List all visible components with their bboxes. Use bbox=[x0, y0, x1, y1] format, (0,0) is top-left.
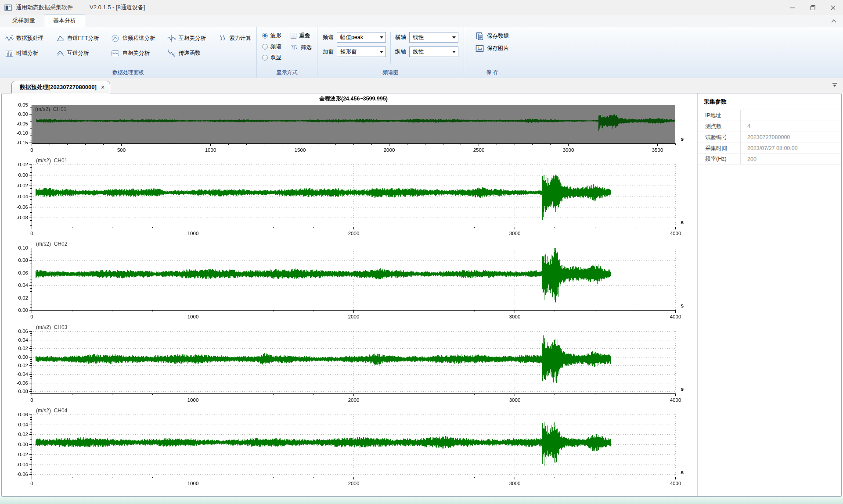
group-data-processing: 数据预处理自谱FFT分析倍频程谱分析互相关分析索力计算时域分析互谱分析自相关分析… bbox=[0, 27, 256, 78]
params-panel-title: 采集参数 bbox=[698, 97, 841, 110]
window-controls bbox=[782, 0, 843, 15]
radio-label: 双显 bbox=[270, 54, 281, 61]
waveform-canvas-ch04 bbox=[4, 407, 697, 490]
dropdown-value: 矩形窗 bbox=[340, 48, 357, 56]
tab-list-dropdown-icon[interactable] bbox=[832, 82, 838, 89]
group-display-mode: 波形频谱双显 重叠 筛选 显示方式 bbox=[256, 27, 317, 78]
chart-block-ch01 bbox=[4, 157, 697, 240]
field-label: 纵轴 bbox=[395, 48, 406, 56]
analysis-button-8[interactable]: 自相关分析 bbox=[111, 46, 155, 60]
analysis-button-label: 倍频程谱分析 bbox=[122, 35, 155, 42]
param-label: 试验编号 bbox=[698, 132, 741, 143]
param-row-试验编号: 试验编号20230727080000 bbox=[698, 132, 841, 143]
dropdown-yaxis[interactable]: 线性 bbox=[409, 46, 458, 57]
document-tab-close-icon[interactable]: × bbox=[101, 84, 104, 91]
analysis-button-label: 自相关分析 bbox=[122, 50, 150, 57]
fft-icon bbox=[56, 34, 65, 43]
param-label: IP地址 bbox=[698, 110, 741, 121]
field-label: 横轴 bbox=[395, 34, 406, 41]
analysis-button-label: 传递函数 bbox=[178, 50, 200, 57]
chart-block-overview bbox=[4, 94, 697, 157]
document-tab-label: 数据预处理[20230727080000] bbox=[20, 83, 97, 91]
param-row-采集时间: 采集时间2023/07/27 08:00:00 bbox=[698, 143, 841, 154]
waveform-canvas-overview bbox=[4, 94, 697, 157]
group-spectrum: 频谱幅值peak加窗矩形窗 横轴线性纵轴线性 频谱图 bbox=[317, 27, 464, 78]
group-label-spectrum: 频谱图 bbox=[317, 69, 464, 76]
title-bar: 通用动态数据采集软件 V2.0.1.5 - [8通道设备] bbox=[0, 0, 843, 15]
radio-icon bbox=[262, 55, 268, 61]
display-mode-radio-双显[interactable]: 双显 bbox=[262, 53, 281, 62]
acquisition-params-panel: 采集参数 IP地址测点数4试验编号20230727080000采集时间2023/… bbox=[697, 93, 841, 496]
cross-correlation-icon bbox=[167, 34, 176, 43]
overlay-filter-column: 重叠 筛选 bbox=[291, 32, 312, 51]
dropdown-window[interactable]: 矩形窗 bbox=[337, 46, 386, 57]
chart-block-ch04 bbox=[4, 407, 697, 490]
display-mode-radio-频谱[interactable]: 频谱 bbox=[262, 42, 281, 51]
radio-label: 频谱 bbox=[270, 43, 281, 50]
overlay-checkbox[interactable]: 重叠 bbox=[291, 32, 312, 39]
filter-icon bbox=[291, 44, 298, 51]
param-value: 4 bbox=[741, 121, 750, 132]
chart-block-ch02 bbox=[4, 240, 697, 323]
radio-label: 波形 bbox=[270, 32, 281, 39]
param-row-IP地址: IP地址 bbox=[698, 110, 841, 121]
time-domain-icon bbox=[5, 49, 14, 57]
svg-text:5: 5 bbox=[173, 55, 175, 57]
overlay-checkbox-box[interactable] bbox=[291, 33, 296, 39]
display-mode-radios: 波形频谱双显 bbox=[262, 31, 281, 62]
document-tab-bar: 数据预处理[20230727080000] × bbox=[0, 78, 843, 93]
filter-button[interactable]: 筛选 bbox=[291, 44, 312, 51]
analysis-button-3[interactable]: 倍频程谱分析 bbox=[111, 31, 155, 45]
transfer-function-icon: 15 bbox=[167, 49, 176, 57]
ribbon-collapse-icon[interactable] bbox=[831, 17, 837, 25]
param-row-频率(Hz): 频率(Hz)200 bbox=[698, 154, 841, 164]
analysis-button-2[interactable]: 自谱FFT分析 bbox=[56, 31, 99, 45]
dropdown-xaxis[interactable]: 线性 bbox=[409, 32, 458, 43]
main-content: 采集参数 IP地址测点数4试验编号20230727080000采集时间2023/… bbox=[1, 93, 842, 497]
bottom-status-strip bbox=[0, 497, 843, 504]
radio-icon bbox=[262, 33, 268, 39]
analysis-button-9[interactable]: 15传递函数 bbox=[167, 46, 206, 60]
analysis-button-label: 索力计算 bbox=[229, 35, 251, 42]
window-title: 通用动态数据采集软件 bbox=[16, 4, 73, 11]
param-label: 采集时间 bbox=[698, 143, 741, 154]
chevron-down-icon bbox=[452, 51, 456, 53]
dropdown-value: 线性 bbox=[413, 48, 424, 56]
spectrum-fields-left: 频谱幅值peak加窗矩形窗 bbox=[323, 32, 386, 70]
param-value bbox=[741, 110, 747, 121]
param-row-测点数: 测点数4 bbox=[698, 121, 841, 132]
window-version: V2.0.1.5 - [8通道设备] bbox=[90, 4, 145, 11]
dropdown-spectrum[interactable]: 幅值peak bbox=[337, 32, 386, 43]
filter-label: 筛选 bbox=[301, 44, 312, 51]
waveform-canvas-ch02 bbox=[4, 240, 697, 323]
analysis-button-label: 时域分析 bbox=[16, 50, 38, 57]
analysis-button-6[interactable]: 时域分析 bbox=[5, 46, 44, 60]
chevron-down-icon bbox=[452, 36, 456, 39]
group-inner-divider bbox=[390, 32, 391, 64]
analysis-button-1[interactable]: 数据预处理 bbox=[5, 31, 44, 45]
spectrum-field-xaxis: 横轴线性 bbox=[395, 32, 458, 43]
close-button[interactable] bbox=[823, 0, 843, 15]
save-data-button[interactable]: 保存数据 bbox=[476, 32, 509, 40]
group-label-processing: 数据处理面板 bbox=[0, 69, 256, 76]
chart-block-ch03 bbox=[4, 323, 697, 407]
preprocess-icon bbox=[5, 34, 14, 43]
analysis-button-4[interactable]: 互相关分析 bbox=[167, 31, 206, 45]
spectrum-fields-right: 横轴线性纵轴线性 bbox=[395, 32, 458, 70]
document-tab[interactable]: 数据预处理[20230727080000] × bbox=[11, 81, 110, 93]
dropdown-value: 线性 bbox=[413, 34, 424, 41]
save-button-label: 保存数据 bbox=[487, 32, 509, 40]
minimize-button[interactable] bbox=[782, 0, 803, 15]
save-image-button[interactable]: 保存图片 bbox=[476, 44, 509, 53]
app-icon bbox=[4, 4, 12, 11]
ribbon-tab-bar: 采样测量 基本分析 bbox=[0, 15, 843, 27]
analysis-button-label: 数据预处理 bbox=[16, 35, 44, 42]
tab-sampling[interactable]: 采样测量 bbox=[4, 15, 44, 27]
field-label: 频谱 bbox=[323, 34, 334, 41]
analysis-button-5[interactable]: 索力计算 bbox=[218, 31, 251, 45]
restore-button[interactable] bbox=[803, 0, 823, 15]
analysis-button-7[interactable]: 互谱分析 bbox=[56, 46, 99, 60]
radio-icon bbox=[262, 44, 268, 50]
tab-basic-analysis[interactable]: 基本分析 bbox=[44, 14, 85, 27]
display-mode-radio-波形[interactable]: 波形 bbox=[262, 31, 281, 40]
